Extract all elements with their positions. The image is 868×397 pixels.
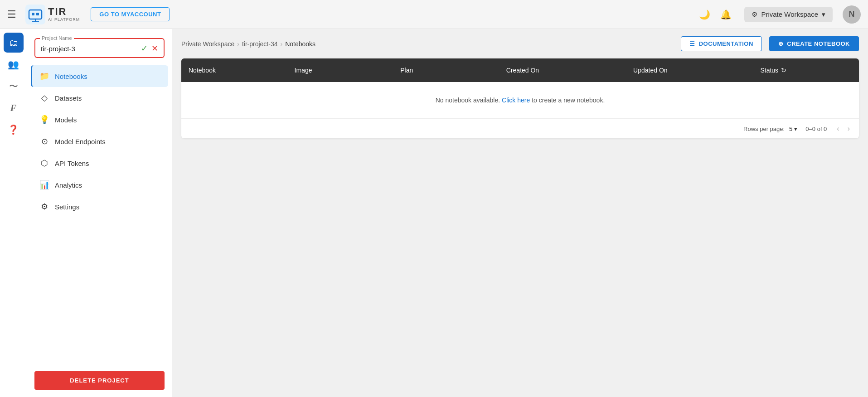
sidebar-item-models[interactable]: 💡 Models	[31, 109, 168, 131]
project-name-label: Project Name	[40, 35, 74, 41]
th-image: Image	[287, 58, 393, 82]
sidebar-item-api-tokens[interactable]: ⬡ API Tokens	[31, 152, 168, 174]
sidebar-item-notebooks-label: Notebooks	[55, 73, 87, 80]
go-to-myaccount-button[interactable]: GO TO MYACCOUNT	[91, 7, 170, 21]
sidebar-item-notebooks[interactable]: 📁 Notebooks	[31, 65, 168, 87]
help-icon: ❓	[8, 124, 19, 135]
analytics-icon: 📊	[39, 180, 49, 190]
create-icon: ⊕	[778, 40, 784, 47]
th-updated-on: Updated On	[626, 58, 753, 82]
check-icon[interactable]: ✓	[141, 44, 148, 53]
main-area: 🗂 👥 〜 F ❓ Project Name ✓ ✕ 📁	[0, 29, 868, 397]
th-notebook: Notebook	[181, 58, 287, 82]
th-status-label: Status	[760, 67, 778, 74]
table-empty-message: No notebook available. Click here to cre…	[181, 82, 859, 119]
bell-icon[interactable]: 🔔	[720, 9, 732, 20]
rows-chevron-icon: ▾	[794, 126, 797, 132]
breadcrumb-workspace[interactable]: Private Workspace	[181, 40, 234, 48]
model-endpoints-icon: ⊙	[39, 136, 49, 146]
sidebar-item-datasets[interactable]: ◇ Datasets	[31, 87, 168, 109]
rail-item-analytics[interactable]: 〜	[4, 76, 24, 96]
create-btn-label: CREATE NOTEBOOK	[787, 40, 850, 47]
sidebar-item-settings-label: Settings	[55, 203, 79, 211]
workspace-label: Private Workspace	[761, 10, 818, 18]
rail-item-help[interactable]: ❓	[4, 120, 24, 140]
workspace-chevron-icon: ▾	[822, 10, 825, 19]
prev-page-button[interactable]: ‹	[835, 124, 841, 134]
th-status: Status ↻	[753, 58, 859, 82]
sidebar-item-analytics[interactable]: 📊 Analytics	[31, 174, 168, 196]
hamburger-icon[interactable]: ☰	[7, 9, 16, 20]
breadcrumb-sep-2: ›	[281, 40, 283, 48]
delete-project-button[interactable]: DELETE PROJECT	[34, 371, 165, 390]
rail-item-projects[interactable]: 🗂	[4, 33, 24, 53]
project-name-box: Project Name ✓ ✕	[34, 38, 165, 58]
datasets-icon: ◇	[39, 93, 49, 103]
content-area: Private Workspace › tir-project-34 › Not…	[172, 29, 868, 397]
sidebar-item-analytics-label: Analytics	[55, 181, 82, 189]
logo-sub-text: AI PLATFORM	[48, 18, 80, 22]
doc-btn-label: DOCUMENTATION	[699, 40, 753, 47]
breadcrumb-project[interactable]: tir-project-34	[242, 40, 278, 48]
logo-icon	[25, 5, 45, 24]
sidebar-item-model-endpoints-label: Model Endpoints	[55, 138, 106, 145]
top-nav: ☰ TIR AI PLATFORM GO TO MYACCOUNT 🌙 🔔 ⚙ …	[0, 0, 868, 29]
th-created-on: Created On	[499, 58, 626, 82]
rows-per-page-label: Rows per page:	[743, 126, 785, 132]
documentation-button[interactable]: ☰ DOCUMENTATION	[681, 36, 762, 51]
logo-area: TIR AI PLATFORM	[25, 5, 80, 24]
empty-message-text: No notebook available.	[436, 97, 500, 104]
font-icon: F	[10, 103, 16, 113]
create-notebook-button[interactable]: ⊕ CREATE NOTEBOOK	[769, 36, 859, 51]
doc-icon: ☰	[689, 40, 695, 47]
sidebar-item-model-endpoints[interactable]: ⊙ Model Endpoints	[31, 131, 168, 152]
content-header: Private Workspace › tir-project-34 › Not…	[181, 36, 859, 51]
sidebar: Project Name ✓ ✕ 📁 Notebooks ◇ Datasets …	[27, 29, 172, 397]
user-avatar[interactable]: N	[843, 5, 861, 24]
breadcrumb-current: Notebooks	[285, 40, 315, 48]
row-count-label: 0–0 of 0	[805, 126, 827, 132]
settings-icon: ⚙	[39, 202, 49, 212]
notebooks-icon: 📁	[39, 71, 49, 81]
logo-text: TIR AI PLATFORM	[48, 6, 80, 22]
models-icon: 💡	[39, 115, 49, 125]
th-plan: Plan	[393, 58, 499, 82]
project-name-row: ✓ ✕	[41, 44, 158, 53]
sidebar-nav: 📁 Notebooks ◇ Datasets 💡 Models ⊙ Model …	[27, 65, 172, 364]
workspace-icon: ⚙	[752, 10, 757, 19]
rail-item-font[interactable]: F	[4, 98, 24, 118]
sidebar-item-settings[interactable]: ⚙ Settings	[31, 196, 168, 218]
analytics-rail-icon: 〜	[9, 80, 18, 92]
notebooks-table: Notebook Image Plan Created On Updated O…	[181, 58, 859, 138]
api-tokens-icon: ⬡	[39, 158, 49, 168]
svg-rect-2	[32, 13, 34, 15]
logo-tir-text: TIR	[48, 6, 80, 17]
sidebar-item-models-label: Models	[55, 116, 77, 124]
workspace-button[interactable]: ⚙ Private Workspace ▾	[744, 7, 833, 22]
empty-message-suffix: to create a new notebook.	[532, 97, 605, 104]
breadcrumb: Private Workspace › tir-project-34 › Not…	[181, 40, 674, 48]
breadcrumb-sep-1: ›	[237, 40, 239, 48]
sidebar-item-api-tokens-label: API Tokens	[55, 160, 89, 167]
rail-item-team[interactable]: 👥	[4, 54, 24, 74]
refresh-icon[interactable]: ↻	[781, 67, 786, 74]
project-name-input[interactable]	[41, 45, 137, 53]
click-here-link[interactable]: Click here	[502, 97, 530, 104]
rows-per-page-select[interactable]: 5 ▾	[789, 126, 797, 132]
moon-icon[interactable]: 🌙	[699, 9, 710, 20]
next-page-button[interactable]: ›	[846, 124, 852, 134]
team-icon: 👥	[8, 59, 19, 70]
icon-rail: 🗂 👥 〜 F ❓	[0, 29, 27, 397]
table-footer: Rows per page: 5 ▾ 0–0 of 0 ‹ ›	[181, 119, 859, 138]
cross-icon[interactable]: ✕	[151, 44, 158, 53]
rows-per-page-value: 5	[789, 126, 792, 132]
sidebar-item-datasets-label: Datasets	[55, 94, 82, 102]
projects-icon: 🗂	[9, 38, 18, 48]
svg-rect-3	[36, 13, 39, 15]
table-header: Notebook Image Plan Created On Updated O…	[181, 58, 859, 82]
